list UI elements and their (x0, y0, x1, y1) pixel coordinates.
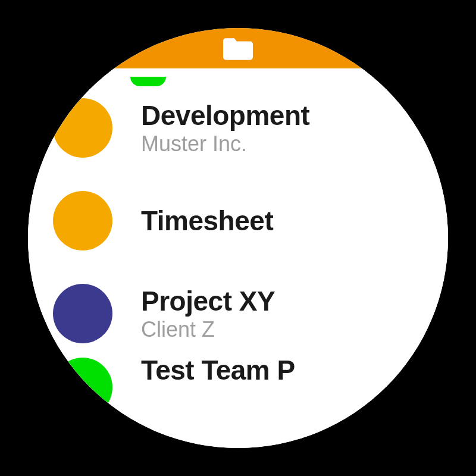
color-dot (53, 98, 112, 158)
list-item[interactable]: Project XY Client Z (28, 272, 448, 355)
color-dot (130, 77, 166, 86)
item-text: Project XY Client Z (141, 286, 275, 341)
item-title: Development (141, 101, 309, 131)
item-text: Timesheet (141, 206, 273, 236)
item-title: Test Team P (141, 355, 295, 386)
list-item[interactable] (28, 68, 448, 86)
folder-icon (223, 36, 253, 61)
list-item[interactable]: Timesheet (28, 170, 448, 272)
item-subtitle: Client Z (141, 318, 275, 342)
watch-face: Development Muster Inc. Timesheet Projec… (28, 28, 448, 448)
list-item[interactable]: Test Team P (28, 355, 448, 409)
item-text: Development Muster Inc. (141, 101, 309, 155)
item-title: Timesheet (141, 206, 273, 236)
item-title: Project XY (141, 286, 275, 317)
color-dot (53, 191, 112, 250)
header (28, 28, 448, 68)
project-list[interactable]: Development Muster Inc. Timesheet Projec… (28, 68, 448, 448)
item-subtitle: Muster Inc. (141, 132, 309, 156)
color-dot (53, 284, 112, 343)
list-item[interactable]: Development Muster Inc. (28, 86, 448, 170)
item-text: Test Team P (141, 355, 295, 386)
color-dot (53, 358, 112, 417)
